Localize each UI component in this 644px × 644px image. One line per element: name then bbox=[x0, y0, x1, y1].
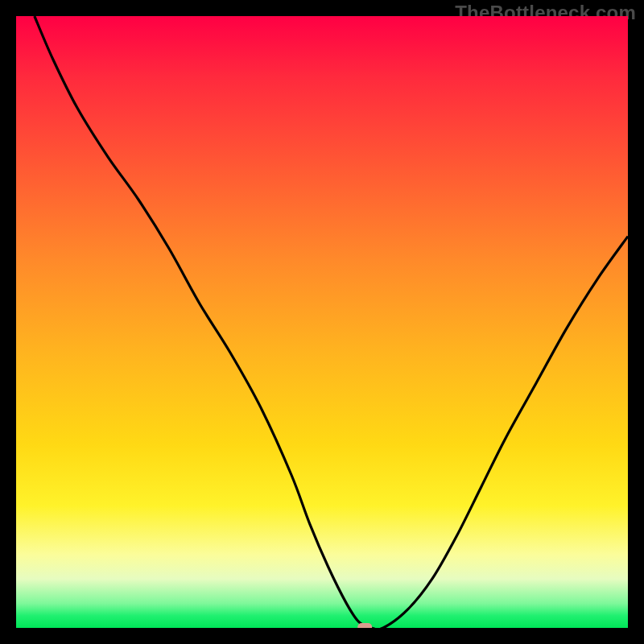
plot-area bbox=[16, 16, 628, 628]
chart-stage: TheBottleneck.com bbox=[0, 0, 644, 644]
bottleneck-curve bbox=[35, 16, 628, 628]
curve-layer bbox=[16, 16, 628, 628]
optimum-marker bbox=[357, 623, 372, 628]
